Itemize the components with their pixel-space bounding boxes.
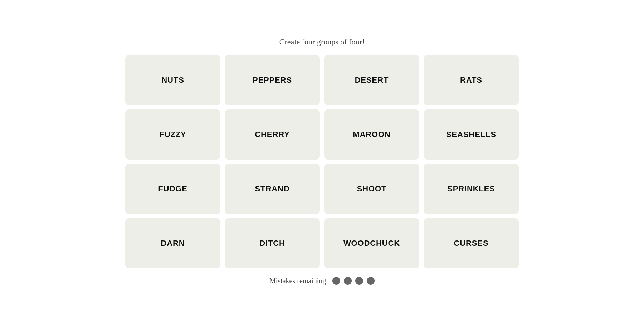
tile-label-strand: STRAND <box>252 184 293 194</box>
tile-label-cherry: CHERRY <box>251 130 293 139</box>
tile-fudge[interactable]: FUDGE <box>125 164 220 214</box>
tile-ditch[interactable]: DITCH <box>225 218 320 268</box>
game-container: Create four groups of four! NUTSPEPPERSD… <box>125 37 519 285</box>
mistake-dot-3 <box>355 277 363 285</box>
mistakes-label: Mistakes remaining: <box>269 277 328 285</box>
tile-label-rats: RATS <box>457 75 486 85</box>
tile-seashells[interactable]: SEASHELLS <box>424 109 519 160</box>
tile-cherry[interactable]: CHERRY <box>225 109 320 160</box>
tile-nuts[interactable]: NUTS <box>125 55 220 105</box>
tile-maroon[interactable]: MAROON <box>324 109 419 160</box>
tile-curses[interactable]: CURSES <box>424 218 519 268</box>
mistakes-row: Mistakes remaining: <box>269 277 375 285</box>
tile-label-fuzzy: FUZZY <box>156 130 190 139</box>
mistake-dot-2 <box>344 277 352 285</box>
mistakes-dots <box>332 277 375 285</box>
tile-label-curses: CURSES <box>450 239 492 248</box>
tile-label-sprinkles: SPRINKLES <box>444 184 499 194</box>
tile-label-fudge: FUDGE <box>155 184 191 194</box>
mistake-dot-1 <box>332 277 340 285</box>
tile-label-maroon: MAROON <box>349 130 394 139</box>
tile-label-darn: DARN <box>157 239 188 248</box>
subtitle: Create four groups of four! <box>279 37 365 47</box>
tile-label-ditch: DITCH <box>256 239 289 248</box>
tile-desert[interactable]: DESERT <box>324 55 419 105</box>
tile-fuzzy[interactable]: FUZZY <box>125 109 220 160</box>
tile-peppers[interactable]: PEPPERS <box>225 55 320 105</box>
tile-shoot[interactable]: SHOOT <box>324 164 419 214</box>
tile-strand[interactable]: STRAND <box>225 164 320 214</box>
tile-label-shoot: SHOOT <box>353 184 390 194</box>
tile-label-woodchuck: WOODCHUCK <box>340 239 404 248</box>
tile-sprinkles[interactable]: SPRINKLES <box>424 164 519 214</box>
mistake-dot-4 <box>367 277 375 285</box>
tile-label-seashells: SEASHELLS <box>443 130 500 139</box>
tile-label-desert: DESERT <box>351 75 392 85</box>
tile-darn[interactable]: DARN <box>125 218 220 268</box>
tile-woodchuck[interactable]: WOODCHUCK <box>324 218 419 268</box>
tile-rats[interactable]: RATS <box>424 55 519 105</box>
tile-label-peppers: PEPPERS <box>249 75 296 85</box>
tile-label-nuts: NUTS <box>158 75 187 85</box>
tile-grid: NUTSPEPPERSDESERTRATSFUZZYCHERRYMAROONSE… <box>125 55 519 268</box>
